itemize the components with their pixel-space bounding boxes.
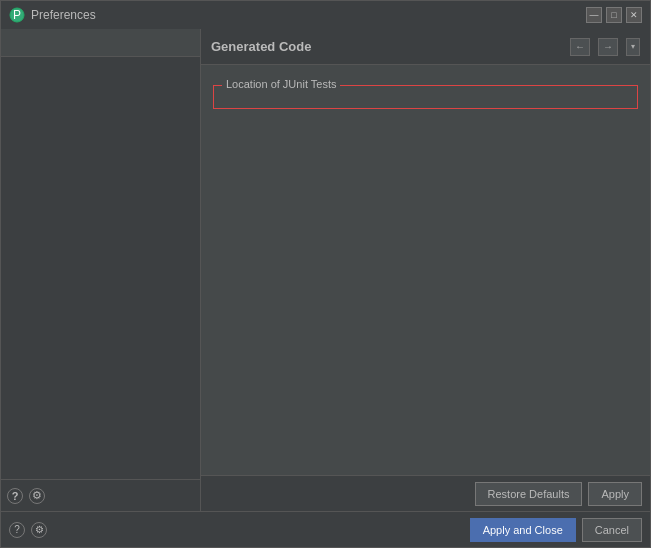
apply-button[interactable]: Apply bbox=[588, 482, 642, 506]
dialog-footer: ? ⚙ Apply and Close Cancel bbox=[1, 511, 650, 547]
preferences-window: P Preferences — □ ✕ ? ⚙ Generated Code ← bbox=[0, 0, 651, 548]
right-header: Generated Code ← → ▾ bbox=[201, 29, 650, 65]
search-bar bbox=[1, 29, 200, 57]
right-footer: Restore Defaults Apply bbox=[201, 475, 650, 511]
close-button[interactable]: ✕ bbox=[626, 7, 642, 23]
search-input[interactable] bbox=[5, 37, 196, 49]
minimize-button[interactable]: — bbox=[586, 7, 602, 23]
footer-right: Apply and Close Cancel bbox=[470, 518, 642, 542]
footer-left: ? ⚙ bbox=[9, 522, 47, 538]
title-bar: P Preferences — □ ✕ bbox=[1, 1, 650, 29]
maximize-button[interactable]: □ bbox=[606, 7, 622, 23]
form-section: Location of JUnit Tests bbox=[213, 85, 638, 109]
right-panel-title: Generated Code bbox=[211, 39, 562, 54]
left-panel: ? ⚙ bbox=[1, 29, 201, 511]
form-legend: Location of JUnit Tests bbox=[222, 78, 340, 90]
apply-and-close-button[interactable]: Apply and Close bbox=[470, 518, 576, 542]
app-icon: P bbox=[9, 7, 25, 23]
window-title: Preferences bbox=[31, 8, 586, 22]
nav-forward-button[interactable]: → bbox=[598, 38, 618, 56]
settings-icon[interactable]: ⚙ bbox=[29, 488, 45, 504]
junit-location-box: Location of JUnit Tests bbox=[213, 85, 638, 109]
right-panel: Generated Code ← → ▾ Location of JUnit T… bbox=[201, 29, 650, 511]
restore-defaults-button[interactable]: Restore Defaults bbox=[475, 482, 583, 506]
cancel-button[interactable]: Cancel bbox=[582, 518, 642, 542]
nav-back-button[interactable]: ← bbox=[570, 38, 590, 56]
bottom-bar: ? ⚙ bbox=[1, 479, 200, 511]
help-icon[interactable]: ? bbox=[7, 488, 23, 504]
right-body: Location of JUnit Tests bbox=[201, 65, 650, 475]
nav-dropdown-button[interactable]: ▾ bbox=[626, 38, 640, 56]
tree-area bbox=[1, 57, 200, 479]
footer-settings-icon[interactable]: ⚙ bbox=[31, 522, 47, 538]
svg-text:P: P bbox=[13, 8, 21, 22]
footer-help-icon[interactable]: ? bbox=[9, 522, 25, 538]
main-content: ? ⚙ Generated Code ← → ▾ Location of JUn… bbox=[1, 29, 650, 511]
window-controls: — □ ✕ bbox=[586, 7, 642, 23]
